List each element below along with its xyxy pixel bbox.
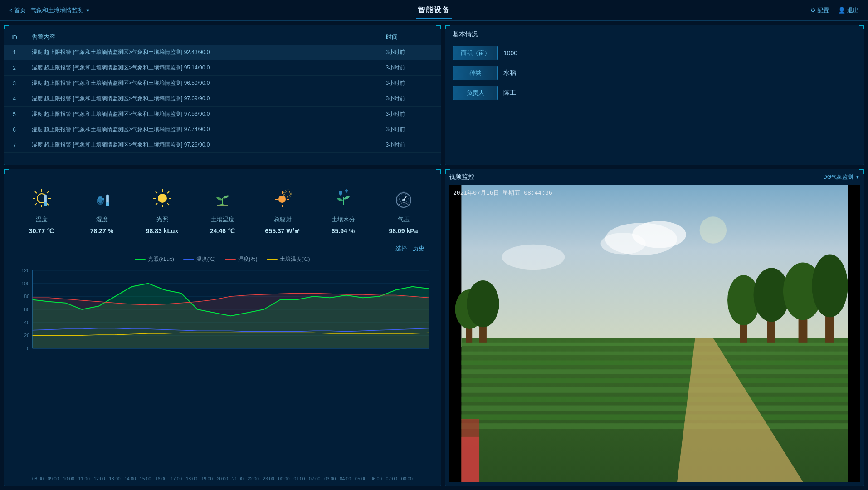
- table-row[interactable]: 7 湿度 超上限报警 [气象和土壤墒情监测区>气象和土壤墒情监测] 97.26/…: [4, 137, 441, 153]
- svg-rect-69: [461, 423, 848, 429]
- video-title: 视频监控: [449, 173, 474, 181]
- table-row[interactable]: 4 湿度 超上限报警 [气象和土壤墒情监测区>气象和土壤墒情监测] 97.69/…: [4, 91, 441, 107]
- x-label: 02:00: [309, 476, 320, 481]
- config-button[interactable]: ⚙ 配置: [810, 6, 829, 15]
- table-row[interactable]: 1 湿度 超上限报警 [气象和土壤墒情监测区>气象和土壤墒情监测] 92.43/…: [4, 45, 441, 60]
- x-label: 00:00: [278, 476, 290, 481]
- x-label: 11:00: [78, 476, 90, 481]
- x-label: 21:00: [232, 476, 244, 481]
- col-id: ID: [4, 29, 24, 45]
- logout-button[interactable]: 👤 退出: [838, 6, 859, 15]
- sensor-item-1: 湿度 78.27 %: [72, 183, 132, 240]
- title-underline: [416, 18, 452, 19]
- svg-line-24: [167, 191, 169, 193]
- legend-label: 温度(℃): [196, 255, 216, 263]
- svg-point-31: [285, 191, 290, 196]
- sensor-icon: [91, 187, 113, 212]
- table-row[interactable]: 2 湿度 超上限报警 [气象和土壤墒情监测区>气象和土壤墒情监测] 95.14/…: [4, 60, 441, 76]
- x-label: 23:00: [263, 476, 274, 481]
- sensor-icon: [332, 187, 354, 212]
- sensor-grid: 温度 30.77 ℃ 湿度 78.27 % 光照 98.83 kLux 土壤温度…: [11, 183, 434, 240]
- svg-line-35: [404, 196, 406, 200]
- x-label: 10:00: [63, 476, 74, 481]
- history-button[interactable]: 历史: [413, 245, 424, 253]
- svg-text:0: 0: [27, 346, 29, 351]
- svg-rect-15: [107, 202, 108, 206]
- info-label: 面积（亩）: [453, 46, 498, 60]
- sensor-icon: [212, 187, 234, 212]
- svg-rect-66: [461, 397, 848, 402]
- x-label: 08:00: [401, 476, 413, 481]
- table-row[interactable]: 6 湿度 超上限报警 [气象和土壤墒情监测区>气象和土壤墒情监测] 97.74/…: [4, 122, 441, 137]
- nav-right: ⚙ 配置 👤 退出: [810, 6, 859, 15]
- video-frame: 2021年07月16日 星期五 08:44:36: [449, 185, 860, 482]
- basic-info-title: 基本情况: [453, 30, 857, 39]
- line-chart: 020406080100120: [11, 267, 434, 358]
- sensor-value: 78.27 %: [90, 227, 113, 235]
- sensor-icon: [31, 187, 53, 212]
- select-button[interactable]: 选择: [395, 245, 407, 253]
- alert-time: 3小时前: [379, 122, 441, 137]
- back-button[interactable]: < 首页: [9, 6, 26, 15]
- sensor-name: 光照: [156, 216, 168, 224]
- table-row[interactable]: 3 湿度 超上限报警 [气象和土壤墒情监测区>气象和土壤墒情监测] 96.59/…: [4, 76, 441, 91]
- alert-id: 1: [4, 45, 24, 60]
- alert-id: 3: [4, 76, 24, 91]
- x-label: 18:00: [186, 476, 197, 481]
- svg-line-23: [167, 203, 169, 205]
- svg-point-82: [467, 280, 499, 327]
- sensor-value: 655.37 W/㎡: [265, 227, 301, 235]
- info-row: 种类 水稻: [453, 66, 857, 80]
- x-label: 01:00: [293, 476, 305, 481]
- info-label: 种类: [453, 66, 498, 80]
- sensor-panel: 温度 30.77 ℃ 湿度 78.27 % 光照 98.83 kLux 土壤温度…: [4, 169, 441, 486]
- svg-point-58: [700, 216, 727, 243]
- sensor-name: 气压: [398, 216, 410, 224]
- sensor-name: 土壤水分: [332, 216, 355, 224]
- svg-text:80: 80: [24, 294, 29, 299]
- x-label: 13:00: [109, 476, 121, 481]
- sensor-name: 总辐射: [274, 216, 292, 224]
- alert-time: 3小时前: [379, 137, 441, 153]
- table-row[interactable]: 5 湿度 超上限报警 [气象和土壤墒情监测区>气象和土壤墒情监测] 97.53/…: [4, 107, 441, 122]
- svg-rect-65: [461, 387, 848, 393]
- sensor-icon: [393, 187, 414, 212]
- x-label: 14:00: [124, 476, 136, 481]
- x-label: 06:00: [371, 476, 382, 481]
- x-label: 07:00: [386, 476, 397, 481]
- sensor-item-2: 光照 98.83 kLux: [132, 183, 192, 240]
- col-content: 告警内容: [24, 29, 379, 45]
- svg-rect-68: [461, 414, 848, 420]
- svg-text:60: 60: [24, 307, 29, 312]
- svg-point-26: [278, 196, 286, 203]
- svg-rect-60: [461, 343, 848, 346]
- svg-line-5: [35, 191, 37, 193]
- x-label: 22:00: [248, 476, 259, 481]
- sensor-name: 温度: [36, 216, 48, 224]
- svg-line-8: [35, 203, 37, 205]
- svg-point-57: [502, 245, 565, 270]
- svg-rect-61: [461, 352, 848, 355]
- legend-item: 光照(kLux): [135, 255, 174, 263]
- breadcrumb-chevron: ▼: [85, 8, 90, 13]
- sensor-value: 30.77 ℃: [29, 227, 54, 235]
- svg-point-78: [812, 255, 848, 318]
- info-row: 面积（亩） 1000: [453, 46, 857, 60]
- svg-point-56: [601, 233, 646, 255]
- info-label: 负责人: [453, 86, 498, 100]
- video-header: 视频监控 DG气象监测 ▼: [449, 173, 860, 181]
- x-label: 19:00: [201, 476, 213, 481]
- alert-id: 4: [4, 91, 24, 107]
- camera-select[interactable]: DG气象监测 ▼: [823, 173, 860, 181]
- video-timestamp: 2021年07月16日 星期五 08:44:36: [453, 189, 552, 197]
- svg-line-7: [47, 191, 49, 193]
- svg-rect-67: [461, 406, 848, 411]
- svg-line-22: [156, 191, 157, 193]
- legend-item: 温度(℃): [183, 255, 216, 263]
- svg-rect-62: [461, 360, 848, 365]
- sensor-item-5: 土壤水分 65.94 %: [313, 183, 373, 240]
- x-label: 09:00: [48, 476, 59, 481]
- alert-time: 3小时前: [379, 45, 441, 60]
- sensor-name: 土壤温度: [211, 216, 234, 224]
- video-panel: 视频监控 DG气象监测 ▼ 2021年07月16日 星期五 08:44:36: [445, 169, 864, 486]
